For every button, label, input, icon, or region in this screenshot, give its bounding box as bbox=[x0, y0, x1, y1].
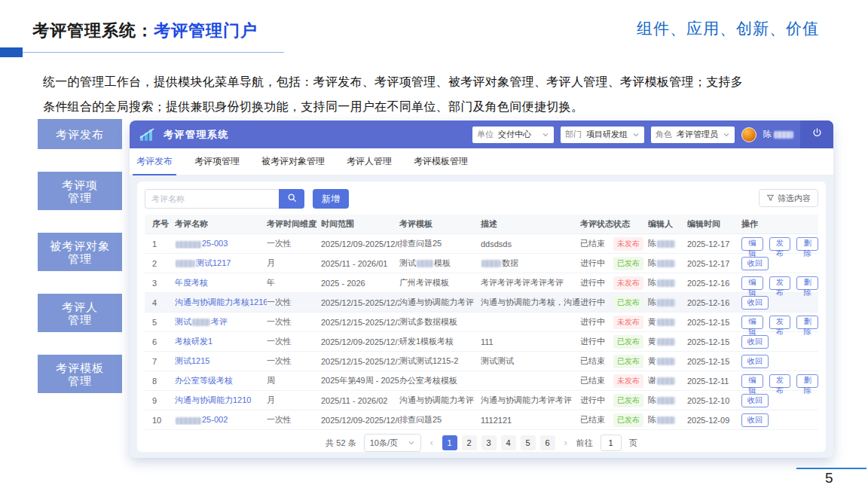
evaluation-name-link[interactable]: 25-002 bbox=[175, 415, 267, 424]
cell-eval-status: 已结束 bbox=[580, 238, 613, 249]
sidebar-item-2[interactable]: 考评项 管理 bbox=[38, 172, 122, 210]
cell-eval-status: 已结束 bbox=[580, 414, 613, 425]
evaluation-name-link[interactable]: 测试考评 bbox=[175, 316, 267, 328]
cell-index: 3 bbox=[152, 279, 175, 288]
action-button[interactable]: 删除 bbox=[796, 316, 818, 329]
redacted-text bbox=[657, 299, 675, 307]
select-value: 交付中心 bbox=[498, 129, 537, 140]
action-button[interactable]: 发布 bbox=[769, 374, 791, 388]
logout-button[interactable] bbox=[800, 120, 833, 148]
identity-select-1[interactable]: 单位交付中心 bbox=[472, 127, 554, 143]
cell-publish-status: 未发布 bbox=[613, 374, 648, 388]
evaluation-name-link[interactable]: 测试1217 bbox=[175, 258, 267, 269]
chevron-down-icon bbox=[723, 131, 730, 139]
search-input[interactable] bbox=[145, 189, 279, 209]
redacted-text bbox=[657, 416, 675, 424]
page-button-2[interactable]: 2 bbox=[462, 435, 477, 450]
evaluation-name-link[interactable]: 25-003 bbox=[175, 239, 267, 248]
cell-template: 沟通与协调能力考评 bbox=[399, 395, 481, 406]
sidebar-item-3[interactable]: 被考评对象 管理 bbox=[38, 233, 122, 271]
action-button[interactable]: 收回 bbox=[741, 257, 769, 270]
action-button[interactable]: 收回 bbox=[741, 296, 769, 310]
tab-1[interactable]: 考评发布 bbox=[136, 148, 173, 175]
cell-description: 考评考评考评考评考评 bbox=[481, 277, 580, 288]
sidebar-item-4[interactable]: 考评人 管理 bbox=[38, 294, 122, 332]
cell-dimension: 一次性 bbox=[267, 414, 321, 425]
app-content: 新增 筛选内容 序号考评名称考评时间维度时间范围考评模板描述考评状态状态编辑人编… bbox=[130, 175, 833, 458]
action-button[interactable]: 发布 bbox=[769, 316, 791, 329]
sidebar-item-1[interactable]: 考评发布 bbox=[38, 119, 122, 149]
cell-text: 1112121 bbox=[481, 416, 512, 425]
evaluation-name-link[interactable]: 测试1215 bbox=[175, 355, 267, 367]
action-button[interactable]: 删除 bbox=[796, 276, 818, 290]
action-button[interactable]: 发布 bbox=[769, 237, 791, 251]
action-button[interactable]: 发布 bbox=[769, 276, 791, 290]
evaluation-name-link[interactable]: 年度考核 bbox=[175, 277, 267, 288]
footer-line bbox=[796, 468, 866, 469]
action-button[interactable]: 删除 bbox=[796, 237, 818, 251]
cell-editor: 陈 bbox=[648, 414, 687, 425]
cell-editor: 黄 bbox=[648, 355, 687, 367]
filter-button[interactable]: 筛选内容 bbox=[759, 189, 818, 207]
avatar[interactable] bbox=[741, 127, 756, 142]
tab-5[interactable]: 考评模板管理 bbox=[414, 148, 468, 175]
cell-template: 排查问题25 bbox=[399, 414, 481, 425]
cell-editor: 陈 bbox=[648, 258, 687, 269]
page-button-3[interactable]: 3 bbox=[481, 435, 497, 450]
evaluation-name-link[interactable]: 办公室等级考核 bbox=[175, 375, 267, 386]
cell-text: 25-003 bbox=[202, 239, 228, 248]
search-button[interactable] bbox=[279, 189, 304, 209]
cell-text: 陈 bbox=[648, 258, 656, 267]
cell-template: 广州考评模板 bbox=[399, 277, 481, 288]
page-button-5[interactable]: 5 bbox=[521, 435, 536, 450]
slogan-text: 组件、应用、创新、价值 bbox=[637, 18, 819, 39]
page-button-1[interactable]: 1 bbox=[442, 435, 457, 450]
identity-select-2[interactable]: 部门项目研发组 bbox=[561, 127, 644, 143]
table-body: 125-003一次性2025/12/09-2025/12/09排查问题25dds… bbox=[145, 234, 818, 430]
action-button[interactable]: 编辑 bbox=[741, 316, 763, 329]
page-button-6[interactable]: 6 bbox=[540, 435, 555, 450]
tab-2[interactable]: 考评项管理 bbox=[194, 148, 240, 175]
action-button[interactable]: 收回 bbox=[741, 413, 769, 427]
cell-eval-status: 进行中 bbox=[580, 336, 613, 347]
cell-description: 1112121 bbox=[481, 416, 580, 425]
action-button[interactable]: 删除 bbox=[796, 374, 818, 388]
redacted-text bbox=[176, 260, 195, 267]
action-button[interactable]: 编辑 bbox=[741, 237, 763, 251]
action-button[interactable]: 收回 bbox=[741, 394, 769, 407]
action-button[interactable]: 编辑 bbox=[741, 374, 763, 388]
page-button-4[interactable]: 4 bbox=[501, 435, 516, 450]
evaluation-name-link[interactable]: 沟通与协调能力考核1216 bbox=[175, 297, 267, 308]
page-size-select[interactable]: 10条/页 bbox=[364, 434, 421, 452]
tab-3[interactable]: 被考评对象管理 bbox=[261, 148, 325, 175]
action-button[interactable]: 收回 bbox=[741, 335, 769, 349]
cell-text: 沟通与协调能力考评 bbox=[399, 395, 474, 404]
next-page-button[interactable]: › bbox=[563, 438, 569, 448]
cell-eval-status: 进行中 bbox=[580, 258, 613, 269]
evaluation-name-link[interactable]: 考核研发1 bbox=[175, 336, 267, 347]
action-button[interactable]: 收回 bbox=[741, 355, 769, 368]
add-button[interactable]: 新增 bbox=[313, 189, 349, 209]
tab-4[interactable]: 考评人管理 bbox=[347, 148, 392, 175]
column-header: 操作 bbox=[741, 218, 818, 230]
cell-edit-time: 2025-12-15 bbox=[687, 357, 741, 366]
sidebar-item-5[interactable]: 考评模板 管理 bbox=[38, 355, 122, 393]
table-row: 4沟通与协调能力考核1216一次性2025/12/15-2025/12/27沟通… bbox=[145, 293, 818, 313]
identity-selects: 单位交付中心部门项目研发组角色考评管理员 bbox=[472, 127, 735, 143]
page-number: 5 bbox=[825, 470, 833, 486]
identity-select-3[interactable]: 角色考评管理员 bbox=[651, 127, 735, 143]
status-badge: 未发布 bbox=[613, 316, 643, 329]
action-button[interactable]: 编辑 bbox=[741, 276, 763, 290]
status-badge: 未发布 bbox=[613, 374, 643, 388]
prev-page-button[interactable]: ‹ bbox=[429, 438, 435, 448]
select-label: 单位 bbox=[477, 129, 494, 140]
evaluation-table: 序号考评名称考评时间维度时间范围考评模板描述考评状态状态编辑人编辑时间操作 12… bbox=[145, 215, 818, 430]
cell-range: 2025 - 2026 bbox=[321, 279, 399, 288]
cell-actions: 收回 bbox=[741, 335, 818, 349]
cell-text: 测试 bbox=[175, 317, 191, 326]
evaluation-name-link[interactable]: 沟通与协调能力1210 bbox=[175, 395, 267, 406]
goto-page-input[interactable] bbox=[601, 435, 622, 451]
cell-actions: 收回 bbox=[741, 296, 818, 310]
cell-editor: 陈 bbox=[648, 297, 687, 308]
cell-text: 陈 bbox=[648, 395, 656, 404]
